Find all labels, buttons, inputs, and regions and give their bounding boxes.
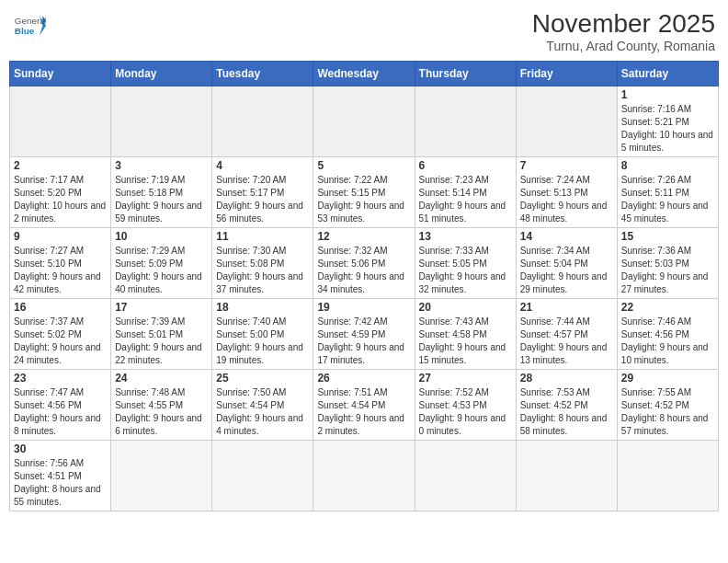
header-friday: Friday (516, 62, 617, 86)
week-row-3: 9 Sunrise: 7:27 AMSunset: 5:10 PMDayligh… (10, 228, 719, 299)
day-28: 28 Sunrise: 7:53 AMSunset: 4:52 PMDaylig… (516, 370, 617, 441)
header-wednesday: Wednesday (313, 62, 415, 86)
day-19: 19 Sunrise: 7:42 AMSunset: 4:59 PMDaylig… (313, 299, 415, 370)
empty-cell (111, 86, 212, 157)
day-1: 1 Sunrise: 7:16 AM Sunset: 5:21 PM Dayli… (617, 86, 718, 157)
day-17: 17 Sunrise: 7:39 AMSunset: 5:01 PMDaylig… (111, 299, 212, 370)
day-11: 11 Sunrise: 7:30 AMSunset: 5:08 PMDaylig… (212, 228, 313, 299)
empty-cell (617, 441, 718, 511)
title-block: November 2025 Turnu, Arad County, Romani… (532, 9, 715, 53)
empty-cell (516, 441, 617, 511)
header-sunday: Sunday (10, 62, 111, 86)
day-13: 13 Sunrise: 7:33 AMSunset: 5:05 PMDaylig… (415, 228, 516, 299)
day-14: 14 Sunrise: 7:34 AMSunset: 5:04 PMDaylig… (516, 228, 617, 299)
header-saturday: Saturday (617, 62, 718, 86)
day-3: 3 Sunrise: 7:19 AMSunset: 5:18 PMDayligh… (111, 157, 212, 228)
header-thursday: Thursday (415, 62, 516, 86)
header-tuesday: Tuesday (212, 62, 313, 86)
empty-cell (516, 86, 617, 157)
day-18: 18 Sunrise: 7:40 AMSunset: 5:00 PMDaylig… (212, 299, 313, 370)
day-7: 7 Sunrise: 7:24 AMSunset: 5:13 PMDayligh… (516, 157, 617, 228)
empty-cell (415, 86, 516, 157)
day-15: 15 Sunrise: 7:36 AMSunset: 5:03 PMDaylig… (617, 228, 718, 299)
day-26: 26 Sunrise: 7:51 AMSunset: 4:54 PMDaylig… (313, 370, 415, 441)
svg-text:Blue: Blue (15, 26, 35, 36)
week-row-6: 30 Sunrise: 7:56 AMSunset: 4:51 PMDaylig… (10, 441, 719, 511)
day-25: 25 Sunrise: 7:50 AMSunset: 4:54 PMDaylig… (212, 370, 313, 441)
empty-cell (313, 86, 415, 157)
day-30: 30 Sunrise: 7:56 AMSunset: 4:51 PMDaylig… (10, 441, 111, 511)
empty-cell (212, 441, 313, 511)
logo: General Blue (13, 9, 46, 42)
day-24: 24 Sunrise: 7:48 AMSunset: 4:55 PMDaylig… (111, 370, 212, 441)
calendar-table: Sunday Monday Tuesday Wednesday Thursday… (9, 61, 719, 511)
week-row-1: 1 Sunrise: 7:16 AM Sunset: 5:21 PM Dayli… (10, 86, 719, 157)
day-10: 10 Sunrise: 7:29 AMSunset: 5:09 PMDaylig… (111, 228, 212, 299)
day-22: 22 Sunrise: 7:46 AMSunset: 4:56 PMDaylig… (617, 299, 718, 370)
day-12: 12 Sunrise: 7:32 AMSunset: 5:06 PMDaylig… (313, 228, 415, 299)
empty-cell (10, 86, 111, 157)
weekday-header-row: Sunday Monday Tuesday Wednesday Thursday… (10, 62, 719, 86)
day-16: 16 Sunrise: 7:37 AMSunset: 5:02 PMDaylig… (10, 299, 111, 370)
month-title: November 2025 (532, 9, 715, 39)
week-row-2: 2 Sunrise: 7:17 AMSunset: 5:20 PMDayligh… (10, 157, 719, 228)
day-6: 6 Sunrise: 7:23 AMSunset: 5:14 PMDayligh… (415, 157, 516, 228)
header-monday: Monday (111, 62, 212, 86)
day-9: 9 Sunrise: 7:27 AMSunset: 5:10 PMDayligh… (10, 228, 111, 299)
day-4: 4 Sunrise: 7:20 AMSunset: 5:17 PMDayligh… (212, 157, 313, 228)
day-29: 29 Sunrise: 7:55 AMSunset: 4:52 PMDaylig… (617, 370, 718, 441)
day-5: 5 Sunrise: 7:22 AMSunset: 5:15 PMDayligh… (313, 157, 415, 228)
logo-icon: General Blue (13, 9, 46, 42)
day-8: 8 Sunrise: 7:26 AMSunset: 5:11 PMDayligh… (617, 157, 718, 228)
day-21: 21 Sunrise: 7:44 AMSunset: 4:57 PMDaylig… (516, 299, 617, 370)
location: Turnu, Arad County, Romania (532, 39, 715, 53)
empty-cell (111, 441, 212, 511)
day-23: 23 Sunrise: 7:47 AMSunset: 4:56 PMDaylig… (10, 370, 111, 441)
empty-cell (313, 441, 415, 511)
day-20: 20 Sunrise: 7:43 AMSunset: 4:58 PMDaylig… (415, 299, 516, 370)
page-header: General Blue November 2025 Turnu, Arad C… (9, 9, 719, 53)
empty-cell (415, 441, 516, 511)
week-row-5: 23 Sunrise: 7:47 AMSunset: 4:56 PMDaylig… (10, 370, 719, 441)
day-27: 27 Sunrise: 7:52 AMSunset: 4:53 PMDaylig… (415, 370, 516, 441)
week-row-4: 16 Sunrise: 7:37 AMSunset: 5:02 PMDaylig… (10, 299, 719, 370)
day-2: 2 Sunrise: 7:17 AMSunset: 5:20 PMDayligh… (10, 157, 111, 228)
empty-cell (212, 86, 313, 157)
